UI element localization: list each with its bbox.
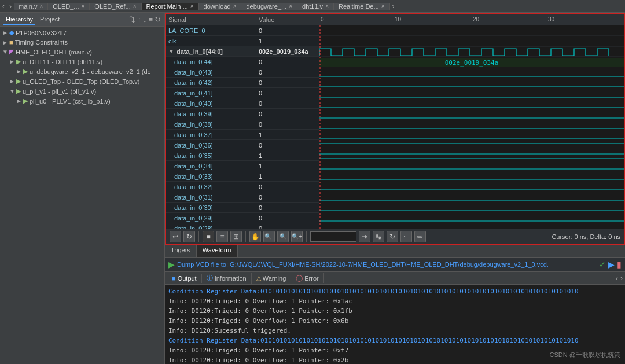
- tab-error-label: Error: [304, 275, 318, 282]
- jump-btn[interactable]: ➜: [359, 231, 370, 242]
- signal-value: 1: [259, 173, 317, 180]
- signal-row[interactable]: data_in_0[33] 1: [166, 171, 319, 182]
- prev-btn[interactable]: ↻: [387, 231, 398, 242]
- tab-oled----[interactable]: OLED_...×: [48, 3, 90, 10]
- stop-btn[interactable]: ▮: [617, 260, 622, 269]
- signal-name: data_in_0[32]: [174, 183, 259, 190]
- right-panel: Signal Value LA_CORE_0 0 clk 1 ▼ data_in…: [165, 13, 625, 364]
- tree-item[interactable]: ▼◤ HME_OLED_DHT (main.v): [0, 47, 164, 57]
- signal-value: 0: [259, 69, 317, 76]
- tab-dht11-v[interactable]: dht11.v×: [297, 3, 334, 10]
- tab-main-v[interactable]: main.v×: [14, 3, 48, 10]
- tab-report-main----[interactable]: Report Main ...×: [142, 3, 199, 10]
- tab-warning[interactable]: △ Warning: [252, 273, 292, 283]
- reload-vcd-btn[interactable]: ✓: [599, 260, 606, 269]
- tab-waveform[interactable]: Waveform: [197, 245, 238, 257]
- tab-information[interactable]: ⓘ Information: [202, 273, 252, 284]
- tree-node-icon: ▶: [16, 58, 21, 65]
- signal-value: 0: [259, 111, 317, 117]
- signal-value: 0: [259, 183, 317, 190]
- tree-item[interactable]: ►▶ u_DHT11 - DHT11 (dht11.v): [0, 57, 164, 67]
- signal-row[interactable]: data_in_0[44] 0: [166, 57, 319, 67]
- tree-item[interactable]: ►◆ P1P060N0V324I7: [0, 28, 164, 38]
- expand-arrow[interactable]: ▼: [168, 48, 174, 54]
- sidebar-tab-hierarchy[interactable]: Hierarchy: [3, 14, 35, 25]
- error-icon: ◯: [296, 274, 303, 282]
- sidebar-tabs: Hierarchy Project: [3, 14, 62, 25]
- signal-row[interactable]: data_in_0[30] 0: [166, 203, 319, 213]
- play-btn[interactable]: ▶: [608, 260, 615, 269]
- signal-value: 0: [259, 194, 317, 201]
- signal-row[interactable]: data_in_0[43] 0: [166, 67, 319, 78]
- time-marker: 10: [395, 16, 401, 23]
- log-line: Info: D0120:Sucessful triggered.: [168, 326, 622, 336]
- tab-output[interactable]: ■ Output: [167, 274, 202, 283]
- tab-overflow[interactable]: ›: [390, 2, 397, 10]
- menu-icon[interactable]: ≡: [148, 15, 153, 24]
- warn-icon: △: [256, 274, 261, 282]
- tab-error[interactable]: ◯ Error: [291, 273, 323, 283]
- tab-realtime-de---[interactable]: Realtime De...×: [334, 3, 390, 10]
- undo-btn[interactable]: ↩: [170, 231, 181, 242]
- signal-value: 0: [259, 215, 317, 222]
- nav-left-btn[interactable]: ‹: [616, 274, 618, 282]
- tree-arrow: ►: [2, 39, 8, 46]
- zoom-out-btn[interactable]: 🔍-: [263, 231, 275, 242]
- log-line: Condition Register Data:0101010101010101…: [168, 336, 622, 345]
- sidebar-tab-project[interactable]: Project: [38, 14, 62, 25]
- zoom-in-btn[interactable]: 🔍+: [291, 231, 303, 242]
- refresh-icon[interactable]: ↻: [155, 15, 161, 24]
- zoom-reset-btn[interactable]: 🔍: [277, 231, 289, 242]
- signal-row[interactable]: data_in_0[42] 0: [166, 78, 319, 88]
- signal-row[interactable]: data_in_0[28] 0: [166, 223, 319, 229]
- nav-right-btn[interactable]: ›: [620, 274, 623, 282]
- tree-node-icon: ▶: [16, 87, 21, 95]
- hand-tool-btn[interactable]: ✋: [249, 231, 261, 242]
- tree-item[interactable]: ►▶ pll_u0 - PLLV1 (cst_lib_p1.v): [0, 96, 164, 106]
- tree-item[interactable]: ►▶ u_debugware_v2_1 - debugware_v2_1 (de: [0, 67, 164, 76]
- signal-row[interactable]: data_in_0[40] 0: [166, 98, 319, 109]
- refresh-btn[interactable]: ↻: [183, 231, 195, 242]
- toolbar-sep-3: [306, 231, 307, 242]
- signal-row[interactable]: LA_CORE_0 0: [166, 25, 319, 36]
- info-icon: ⓘ: [207, 274, 213, 282]
- signal-row[interactable]: data_in_0[38] 0: [166, 119, 319, 130]
- color-btn[interactable]: ■: [203, 231, 214, 242]
- tree-item[interactable]: ►■ Timing Constraints: [0, 38, 164, 47]
- signal-row[interactable]: clk 1: [166, 36, 319, 46]
- waveform-svg: 002e_0019_034a: [319, 25, 624, 229]
- tab-nav-right[interactable]: ›: [7, 2, 14, 10]
- signal-name: data_in_0[43]: [174, 69, 259, 76]
- tab-debugware----[interactable]: debugware_...×: [241, 3, 297, 10]
- signal-row[interactable]: data_in_0[41] 0: [166, 88, 319, 98]
- signal-name: data_in_0[41]: [174, 90, 259, 97]
- signal-row[interactable]: ▼ data_in_0[44:0] 002e_0019_034a: [166, 46, 319, 57]
- tab-download[interactable]: download×: [199, 3, 242, 10]
- signal-row[interactable]: data_in_0[32] 0: [166, 182, 319, 192]
- tab-oled-ref---[interactable]: OLED_Ref...×: [90, 3, 141, 10]
- up-icon[interactable]: ↑: [137, 15, 141, 24]
- jump-input[interactable]: [310, 231, 356, 242]
- wave-format-btn[interactable]: ≡: [216, 231, 228, 242]
- grid-btn[interactable]: ⊞: [230, 231, 242, 242]
- export-btn[interactable]: ⇨: [414, 231, 426, 242]
- down-icon[interactable]: ↓: [143, 15, 147, 24]
- tree-item[interactable]: ►▶ u_OLED_Top - OLED_Top (OLED_Top.v): [0, 76, 164, 86]
- signal-row[interactable]: data_in_0[36] 0: [166, 140, 319, 150]
- tree-item[interactable]: ▼▶ u_pll_v1 - pll_v1 (pll_v1.v): [0, 86, 164, 96]
- signal-row[interactable]: data_in_0[39] 0: [166, 109, 319, 119]
- signal-row[interactable]: data_in_0[35] 1: [166, 150, 319, 161]
- tree-arrow: ►: [2, 30, 8, 36]
- bottom-tabs: ■ Output ⓘ Information △ Warning ◯ Error…: [165, 272, 625, 285]
- next-btn[interactable]: ↼: [400, 231, 412, 242]
- signal-row[interactable]: data_in_0[29] 0: [166, 213, 319, 223]
- tab-nav-left[interactable]: ‹: [0, 2, 7, 10]
- tab-trigers[interactable]: Trigers: [165, 245, 197, 257]
- signal-row[interactable]: data_in_0[31] 0: [166, 192, 319, 203]
- signal-name: data_in_0[29]: [174, 215, 259, 222]
- sync-icon[interactable]: ⇅: [129, 15, 135, 24]
- fit-btn[interactable]: ↹: [373, 231, 384, 242]
- waveform-header: 0102030: [319, 14, 624, 25]
- signal-row[interactable]: data_in_0[34] 1: [166, 161, 319, 171]
- signal-row[interactable]: data_in_0[37] 1: [166, 130, 319, 140]
